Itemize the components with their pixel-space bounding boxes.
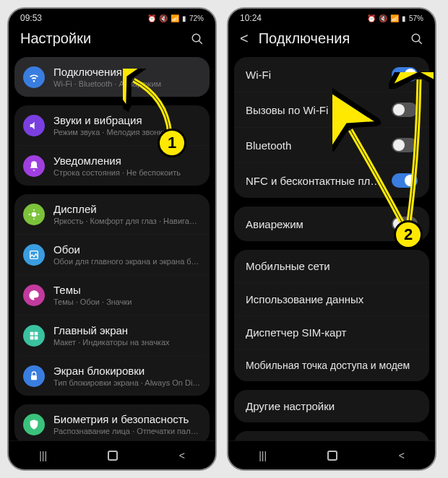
card-toggles-1: Wi-Fi Вызовы по Wi-Fi Bluetooth NFC и бе… <box>234 57 429 198</box>
row-other-settings[interactable]: Другие настройки <box>234 390 429 422</box>
status-time: 09:53 <box>20 13 42 23</box>
svg-point-9 <box>412 34 420 42</box>
toggle-bluetooth[interactable] <box>392 138 418 152</box>
row-data-usage[interactable]: Использование данных <box>234 282 429 316</box>
item-home[interactable]: Главный экранМакет · Индикаторы на значк… <box>14 315 210 355</box>
svg-rect-4 <box>30 331 34 335</box>
wifi-icon <box>23 66 45 88</box>
nav-home-icon[interactable] <box>108 451 118 461</box>
settings-list: Подключения Wi-Fi · Bluetooth · Авиарежи… <box>9 57 215 440</box>
search-other-label: Ищете что-то другое? <box>234 431 429 440</box>
item-title: Главный экран <box>53 324 201 336</box>
item-subtitle: Wi-Fi · Bluetooth · Авиарежим <box>53 79 201 88</box>
svg-line-10 <box>418 40 422 44</box>
item-display[interactable]: ДисплейЯркость · Комфорт для глаз · Нави… <box>14 194 210 234</box>
item-title: Звуки и вибрация <box>53 114 201 126</box>
item-subtitle: Обои для главного экрана и экрана блокир… <box>53 257 201 266</box>
row-sim-manager[interactable]: Диспетчер SIM-карт <box>234 316 429 349</box>
row-label: Вызовы по Wi-Fi <box>246 104 328 116</box>
card-other: Другие настройки <box>234 390 429 422</box>
marker-1: 1 <box>158 129 186 157</box>
item-title: Темы <box>53 284 201 296</box>
search-icon[interactable] <box>410 32 423 45</box>
nav-recent-icon[interactable]: ||| <box>259 450 267 461</box>
item-subtitle: Тип блокировки экрана · Always On Displa… <box>53 378 201 387</box>
toggle-nfc[interactable] <box>392 173 418 188</box>
status-right: ⏰ 🔇 📶 ▮ 57% <box>367 14 423 22</box>
card-connections: Подключения Wi-Fi · Bluetooth · Авиарежи… <box>14 57 210 97</box>
svg-rect-5 <box>35 331 38 335</box>
item-title: Биометрия и безопасность <box>53 413 201 425</box>
alarm-icon: ⏰ <box>147 14 156 22</box>
navbar: ||| < <box>9 440 215 469</box>
toggle-wifi[interactable] <box>392 67 418 82</box>
back-icon[interactable]: < <box>240 30 249 47</box>
bell-icon <box>23 155 45 177</box>
nav-back-icon[interactable]: < <box>399 450 405 461</box>
svg-rect-8 <box>31 375 37 380</box>
row-bluetooth[interactable]: Bluetooth <box>234 127 429 162</box>
alarm-icon: ⏰ <box>367 14 376 22</box>
battery-icon: ▮ <box>182 14 186 22</box>
item-subtitle: Строка состояния · Не беспокоить <box>53 168 201 177</box>
statusbar: 10:24 ⏰ 🔇 📶 ▮ 57% <box>228 9 435 25</box>
item-title: Обои <box>53 243 201 256</box>
status-right: ⏰ 🔇 📶 ▮ 72% <box>147 14 204 22</box>
row-label: Другие настройки <box>246 400 335 412</box>
toggle-wificalls[interactable] <box>392 103 418 117</box>
connections-list: Wi-Fi Вызовы по Wi-Fi Bluetooth NFC и бе… <box>228 57 435 440</box>
svg-rect-7 <box>35 336 38 339</box>
item-biometrics[interactable]: Биометрия и безопасностьРаспознавание ли… <box>14 404 210 440</box>
nav-back-icon[interactable]: < <box>179 450 185 461</box>
battery-icon: ▮ <box>402 14 406 22</box>
card-search-other: Ищете что-то другое? Samsung Cloud <box>234 431 429 440</box>
card-biometrics: Биометрия и безопасностьРаспознавание ли… <box>14 404 210 440</box>
nav-home-icon[interactable] <box>327 451 337 461</box>
row-label: NFC и бесконтактные платежи <box>246 175 383 187</box>
row-hotspot[interactable]: Мобильная точка доступа и модем <box>234 349 429 381</box>
row-label: Bluetooth <box>246 139 291 152</box>
page-title: Настройки <box>20 30 91 47</box>
connections-header: < Подключения <box>228 25 435 57</box>
item-themes[interactable]: ТемыТемы · Обои · Значки <box>14 274 210 315</box>
row-mobile-networks[interactable]: Мобильные сети <box>234 250 429 282</box>
search-icon[interactable] <box>191 32 204 45</box>
nav-recent-icon[interactable]: ||| <box>39 450 47 461</box>
lock-icon <box>23 365 45 387</box>
item-connections[interactable]: Подключения Wi-Fi · Bluetooth · Авиарежи… <box>14 57 210 97</box>
svg-rect-6 <box>30 336 34 339</box>
themes-icon <box>23 284 45 306</box>
marker-2: 2 <box>394 220 423 249</box>
row-label: Wi-Fi <box>246 69 271 81</box>
status-time: 10:24 <box>240 13 262 23</box>
row-label: Диспетчер SIM-карт <box>246 326 346 339</box>
signal-icon: 📶 <box>171 14 179 22</box>
item-wallpaper[interactable]: ОбоиОбои для главного экрана и экрана бл… <box>14 234 210 274</box>
item-text: Подключения Wi-Fi · Bluetooth · Авиарежи… <box>53 66 201 88</box>
row-label: Авиарежим <box>246 218 303 230</box>
item-lockscreen[interactable]: Экран блокировкиТип блокировки экрана · … <box>14 355 210 396</box>
item-title: Подключения <box>53 66 201 78</box>
wallpaper-icon <box>23 244 45 266</box>
item-title: Уведомления <box>53 155 201 167</box>
item-title: Экран блокировки <box>53 365 201 377</box>
item-subtitle: Макет · Индикаторы на значках <box>53 338 201 347</box>
settings-header: Настройки <box>9 25 215 57</box>
item-subtitle: Темы · Обои · Значки <box>53 297 201 306</box>
row-label: Мобильная точка доступа и модем <box>246 360 410 371</box>
item-subtitle: Распознавание лица · Отпечатки пальцев <box>53 427 201 435</box>
item-subtitle: Яркость · Комфорт для глаз · Навигационн… <box>53 217 201 225</box>
row-nfc[interactable]: NFC и бесконтактные платежи <box>234 162 429 198</box>
page-title: Подключения <box>259 30 350 47</box>
row-label: Мобильные сети <box>246 260 330 272</box>
display-icon <box>23 204 45 225</box>
mute-icon: 🔇 <box>159 14 168 22</box>
svg-point-2 <box>32 212 37 217</box>
navbar: ||| < <box>228 440 435 469</box>
row-wifi[interactable]: Wi-Fi <box>234 57 429 92</box>
shield-icon <box>23 414 45 435</box>
mute-icon: 🔇 <box>379 14 387 22</box>
row-wificalls[interactable]: Вызовы по Wi-Fi <box>234 92 429 127</box>
phone-left: 09:53 ⏰ 🔇 📶 ▮ 72% Настройки Подключения … <box>7 7 217 471</box>
row-label: Использование данных <box>246 293 363 305</box>
